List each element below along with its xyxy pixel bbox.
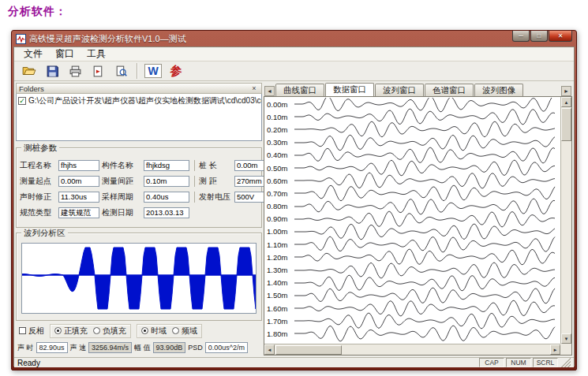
- tab-2[interactable]: 波列窗口: [375, 84, 424, 96]
- wave-trace: [294, 149, 560, 162]
- invert-label: 反相: [28, 326, 44, 337]
- pile-params-group: 测桩参数 工程名称fhjhs构件名称fhjkdsg桩 长0.00m测量起点0.0…: [16, 147, 262, 228]
- left-pane: Folders × ✓ G:\公司产品设计开发\超声仪器\超声仪实地检测数据调试…: [16, 83, 262, 356]
- wave-row: 0.00m: [264, 98, 560, 110]
- scroll-right-icon[interactable]: ►: [550, 344, 560, 355]
- scroll-down-icon[interactable]: ▼: [561, 333, 571, 344]
- horizontal-scrollbar-thumb[interactable]: [275, 345, 342, 355]
- depth-label: 1.70m: [264, 317, 294, 326]
- page: 分析软件： 高铁慢灵超声波检测分析软件V1.0—测试 ─ □ ✕ 文件窗口工具: [0, 0, 588, 376]
- tab-scroll-right-button[interactable]: ►: [561, 86, 571, 96]
- horizontal-scrollbar[interactable]: ◄ ►: [264, 344, 560, 355]
- folders-close-button[interactable]: ×: [249, 84, 259, 92]
- freq-domain-label: 频域: [182, 326, 197, 337]
- wave-row: 0.80m: [264, 200, 560, 213]
- close-button[interactable]: ✕: [549, 31, 572, 42]
- param-label: 测量间距: [102, 176, 141, 187]
- menu-item-2[interactable]: 工具: [81, 47, 112, 61]
- wave-trace: [294, 302, 560, 315]
- waveform-plot: [21, 243, 257, 314]
- checkbox-icon: [19, 327, 26, 334]
- param-field[interactable]: 270mm: [234, 176, 266, 187]
- wave-trace: [294, 225, 560, 238]
- tree-item-label: G:\公司产品设计开发\超声仪器\超声仪实地检测数据调试\cd\cd03\cd0…: [28, 95, 262, 106]
- folder-open-icon: [22, 64, 36, 78]
- tab-scroll-left-button[interactable]: ◄: [264, 86, 275, 96]
- params-row: 工程名称fhjhs构件名称fhjkdsg桩 长0.00m: [20, 158, 258, 173]
- param-label: 检测日期: [102, 207, 141, 218]
- tab-0[interactable]: 曲线窗口: [275, 84, 324, 96]
- radio-fill-positive[interactable]: 正填充: [54, 326, 88, 337]
- measurement-readout: 声 时82.90us声 速3256.94m/s幅 值93.90dBPSD0.00…: [16, 340, 262, 356]
- print-preview-button[interactable]: [110, 61, 131, 80]
- save-button[interactable]: [42, 61, 62, 80]
- print-button[interactable]: [65, 61, 85, 80]
- param-field[interactable]: 0.00m: [234, 160, 266, 171]
- param-field[interactable]: fhjkdsg: [144, 160, 189, 171]
- param-field[interactable]: 建筑规范: [58, 207, 99, 218]
- tab-3[interactable]: 色谱窗口: [425, 84, 474, 96]
- wave-row: 0.10m: [264, 110, 560, 123]
- readout-value: 82.90us: [36, 342, 68, 353]
- param-label: 发射电压: [194, 192, 232, 203]
- vertical-scrollbar[interactable]: ▲ ▼: [560, 97, 571, 344]
- wave-trace: [294, 136, 560, 149]
- wave-trace: [294, 327, 560, 340]
- readout-value: 0.00us^2/m: [205, 342, 248, 353]
- menu-item-0[interactable]: 文件: [17, 47, 49, 61]
- depth-label: 0.50m: [264, 164, 294, 173]
- checkbox-checked-icon[interactable]: ✓: [18, 97, 26, 105]
- wave-trace: [294, 277, 560, 289]
- param-label: 工程名称: [20, 160, 56, 171]
- depth-label: 1.80m: [264, 329, 294, 338]
- export-button[interactable]: [88, 61, 108, 80]
- wave-row: 1.40m: [264, 277, 560, 289]
- title-bar[interactable]: 高铁慢灵超声波检测分析软件V1.0—测试 ─ □ ✕: [13, 31, 575, 47]
- scroll-left-icon[interactable]: ◄: [264, 344, 275, 355]
- wave-analysis-group: 波列分析区: [16, 233, 262, 321]
- tab-4[interactable]: 波列图像: [474, 84, 523, 96]
- param-field[interactable]: fhjhs: [58, 160, 99, 171]
- scrollbar-corner: [560, 344, 571, 355]
- status-cell-scrl: SCRL: [533, 358, 558, 367]
- tab-1[interactable]: 数据窗口: [325, 83, 374, 96]
- radio-freq-domain[interactable]: 频域: [172, 326, 197, 337]
- client-area: Folders × ✓ G:\公司产品设计开发\超声仪器\超声仪实地检测数据调试…: [14, 81, 574, 357]
- param-button[interactable]: 参: [166, 61, 186, 80]
- wave-row: 0.30m: [264, 136, 560, 149]
- params-row: 规范类型建筑规范检测日期2013.03.13: [20, 205, 258, 221]
- param-label: 构件名称: [102, 160, 141, 171]
- word-icon: W: [144, 64, 161, 78]
- toolbar: W 参: [14, 61, 574, 81]
- open-button[interactable]: [19, 61, 39, 80]
- param-field[interactable]: 0.00m: [58, 176, 99, 187]
- radio-fill-negative[interactable]: 负填充: [93, 326, 126, 337]
- readout-label: 声 时: [17, 343, 34, 353]
- wave-trace: [294, 251, 560, 263]
- tree-item[interactable]: ✓ G:\公司产品设计开发\超声仪器\超声仪实地检测数据调试\cd\cd03\c…: [18, 95, 260, 106]
- readout-value: 3256.94m/s: [88, 342, 132, 353]
- radio-time-domain[interactable]: 时域: [141, 326, 167, 337]
- vertical-scrollbar-thumb[interactable]: [561, 108, 571, 141]
- word-export-button[interactable]: W: [143, 61, 163, 80]
- waveform-display: 0.00m0.10m0.20m0.30m0.40m0.50m0.60m0.70m…: [264, 96, 572, 356]
- preview-icon: [114, 65, 128, 78]
- param-field[interactable]: 500V: [234, 192, 266, 203]
- param-label: 桩 长: [194, 160, 232, 171]
- depth-label: 1.20m: [264, 253, 294, 262]
- scroll-up-icon[interactable]: ▲: [561, 97, 571, 107]
- maximize-button[interactable]: □: [530, 31, 548, 42]
- minimize-button[interactable]: ─: [512, 31, 530, 42]
- param-field[interactable]: 11.30us: [58, 192, 99, 203]
- param-field[interactable]: 0.10m: [144, 176, 189, 187]
- params-row: 声时修正11.30us采样周期0.40us发射电压500V: [20, 189, 258, 205]
- caption-buttons: ─ □ ✕: [512, 31, 572, 42]
- menu-item-1[interactable]: 窗口: [49, 47, 81, 61]
- wave-row: 0.40m: [264, 149, 560, 162]
- param-field[interactable]: 0.40us: [144, 192, 189, 203]
- param-field[interactable]: 2013.03.13: [144, 207, 189, 218]
- resize-grip[interactable]: [561, 358, 571, 367]
- printer-icon: [69, 65, 82, 78]
- invert-checkbox[interactable]: 反相: [19, 326, 44, 337]
- depth-label: 0.60m: [264, 177, 294, 185]
